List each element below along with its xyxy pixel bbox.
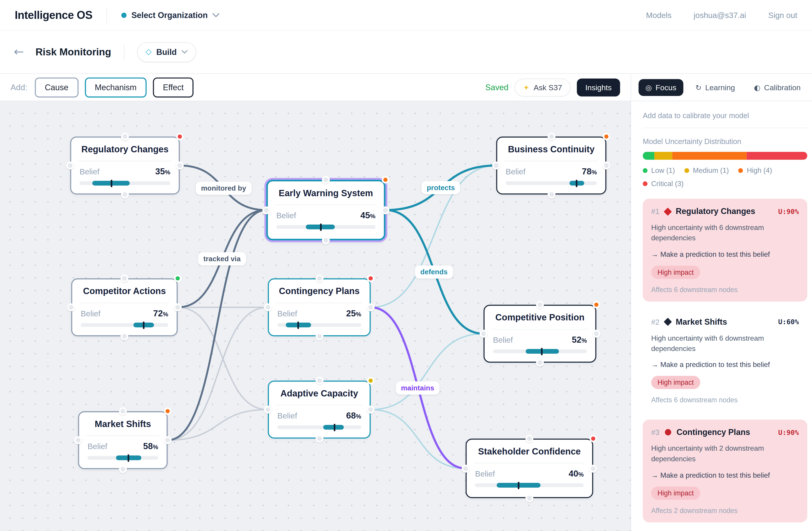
insights-button[interactable]: Insights [577, 78, 620, 97]
connection-port-left[interactable] [480, 330, 488, 338]
connection-port-top[interactable] [322, 176, 330, 183]
connection-port-left[interactable] [264, 406, 272, 414]
node-title: Adaptive Capacity [277, 388, 361, 399]
connection-port-bottom[interactable] [322, 236, 330, 244]
graph-node-market-shifts[interactable]: Market ShiftsBelief58% [78, 411, 168, 469]
graph-node-stakeholder-confidence[interactable]: Stakeholder ConfidenceBelief40% [466, 439, 593, 498]
graph-node-competitive-position[interactable]: Competitive PositionBelief52% [483, 305, 596, 363]
focus-card[interactable]: #3 Contingency Plans U:90% High uncertai… [643, 419, 807, 522]
node-status-dot-icon [174, 275, 182, 282]
nav-signout-link[interactable]: Sign out [768, 11, 797, 19]
tab-focus[interactable]: ◎ Focus [638, 79, 683, 96]
connection-port-right[interactable] [367, 303, 375, 311]
connection-port-top[interactable] [547, 133, 555, 141]
connection-port-right[interactable] [381, 206, 389, 214]
connection-port-bottom[interactable] [536, 359, 544, 367]
connection-port-left[interactable] [66, 162, 74, 169]
belief-point-tick[interactable] [111, 179, 112, 187]
graph-node-regulatory-changes[interactable]: Regulatory ChangesBelief35% [70, 136, 180, 195]
graph-node-competitor-actions[interactable]: Competitor ActionsBelief72% [71, 278, 177, 336]
belief-point-tick[interactable] [320, 223, 322, 231]
chevron-down-icon [182, 50, 188, 54]
body: Add: Cause Mechanism Effect Saved ✦ Ask … [0, 74, 812, 531]
belief-row: Belief68% [277, 411, 361, 421]
connection-port-top[interactable] [315, 274, 323, 282]
connection-port-right[interactable] [164, 436, 172, 444]
card-action-hint[interactable]: → Make a prediction to test this belief [651, 361, 799, 369]
node-title: Stakeholder Confidence [475, 446, 584, 457]
legend-label: Medium (1) [693, 166, 729, 174]
add-mechanism-button[interactable]: Mechanism [85, 77, 147, 98]
connection-port-top[interactable] [315, 377, 323, 385]
focus-target-icon: ◎ [646, 84, 652, 91]
belief-point-tick[interactable] [576, 179, 578, 187]
connection-port-right[interactable] [367, 406, 375, 414]
edge-market-shifts-to-adaptive-capacity[interactable] [168, 410, 268, 440]
connection-port-top[interactable] [525, 435, 533, 443]
connection-port-right[interactable] [592, 330, 600, 338]
connection-port-top[interactable] [536, 301, 544, 309]
main-column: Add: Cause Mechanism Effect Saved ✦ Ask … [0, 74, 631, 531]
ask-s37-button[interactable]: ✦ Ask S37 [515, 78, 570, 97]
connection-port-bottom[interactable] [120, 332, 128, 340]
connection-port-left[interactable] [67, 303, 75, 311]
connection-port-left[interactable] [262, 206, 270, 214]
focus-card[interactable]: #4 Early Warning System U:77% High uncer… [643, 530, 807, 531]
belief-range-track [506, 181, 597, 185]
connection-port-right[interactable] [174, 303, 182, 311]
card-rank: #2 [651, 318, 659, 326]
edge-market-shifts-to-contingency-plans[interactable] [168, 307, 268, 440]
connection-port-bottom[interactable] [525, 494, 533, 502]
graph-node-early-warning-system[interactable]: Early Warning SystemBelief45% [266, 180, 385, 240]
belief-value: 72% [153, 309, 168, 319]
connection-port-right[interactable] [589, 464, 597, 472]
connection-port-bottom[interactable] [119, 465, 127, 473]
add-effect-button[interactable]: Effect [153, 77, 193, 98]
tab-calibration[interactable]: ◐ Calibration [747, 79, 808, 96]
graph-node-adaptive-capacity[interactable]: Adaptive CapacityBelief68% [268, 381, 371, 439]
connection-port-left[interactable] [492, 162, 500, 169]
nav-models-link[interactable]: Models [646, 11, 671, 19]
connection-port-bottom[interactable] [121, 191, 129, 198]
graph-canvas[interactable]: Regulatory ChangesBelief35%Business Cont… [0, 101, 630, 531]
connection-port-bottom[interactable] [547, 191, 555, 198]
connection-port-right[interactable] [176, 162, 184, 169]
add-cause-button[interactable]: Cause [35, 77, 78, 98]
focus-card[interactable]: #1 Regulatory Changes U:90% High uncerta… [643, 199, 807, 301]
org-selector[interactable]: Select Organization [121, 10, 219, 20]
edge-market-shifts-to-early-warning-system[interactable] [168, 210, 266, 440]
connection-port-left[interactable] [264, 303, 272, 311]
card-action-hint[interactable]: → Make a prediction to test this belief [651, 250, 799, 258]
back-arrow-icon[interactable]: ← [14, 46, 24, 58]
card-header: #1 Regulatory Changes U:90% [651, 207, 799, 216]
belief-point-tick[interactable] [334, 424, 335, 431]
build-mode-button[interactable]: ◇ Build [137, 42, 196, 62]
connection-port-bottom[interactable] [315, 332, 323, 340]
belief-unit: % [163, 311, 168, 317]
distribution-segment-high [672, 152, 746, 160]
connection-port-left[interactable] [74, 436, 82, 444]
connection-port-top[interactable] [120, 274, 128, 282]
nav-account-link[interactable]: joshua@s37.ai [694, 11, 746, 19]
graph-node-contingency-plans[interactable]: Contingency PlansBelief25% [268, 278, 371, 336]
node-status-dot-icon [164, 408, 172, 415]
node-title: Competitive Position [493, 312, 587, 323]
edge-adaptive-capacity-to-competitive-position[interactable] [371, 334, 483, 410]
distribution-segment-low [643, 152, 654, 160]
focus-card[interactable]: #2 Market Shifts U:60% High uncertainty … [643, 309, 807, 412]
belief-point-tick[interactable] [518, 482, 519, 489]
connection-port-top[interactable] [121, 133, 129, 141]
graph-node-business-continuity[interactable]: Business ContinuityBelief78% [496, 136, 607, 195]
connection-port-right[interactable] [603, 162, 610, 169]
belief-point-tick[interactable] [541, 348, 542, 355]
tab-learning[interactable]: ↻ Learning [688, 79, 742, 96]
belief-point-tick[interactable] [128, 454, 129, 461]
edge-competitor-actions-to-adaptive-capacity[interactable] [178, 307, 268, 410]
belief-point-tick[interactable] [143, 321, 144, 329]
connection-port-bottom[interactable] [315, 435, 323, 443]
card-action-hint[interactable]: → Make a prediction to test this belief [651, 471, 799, 479]
connection-port-left[interactable] [462, 464, 469, 472]
belief-point-tick[interactable] [298, 321, 299, 329]
edge-adaptive-capacity-to-stakeholder-confidence[interactable] [371, 410, 466, 468]
connection-port-top[interactable] [119, 407, 127, 415]
